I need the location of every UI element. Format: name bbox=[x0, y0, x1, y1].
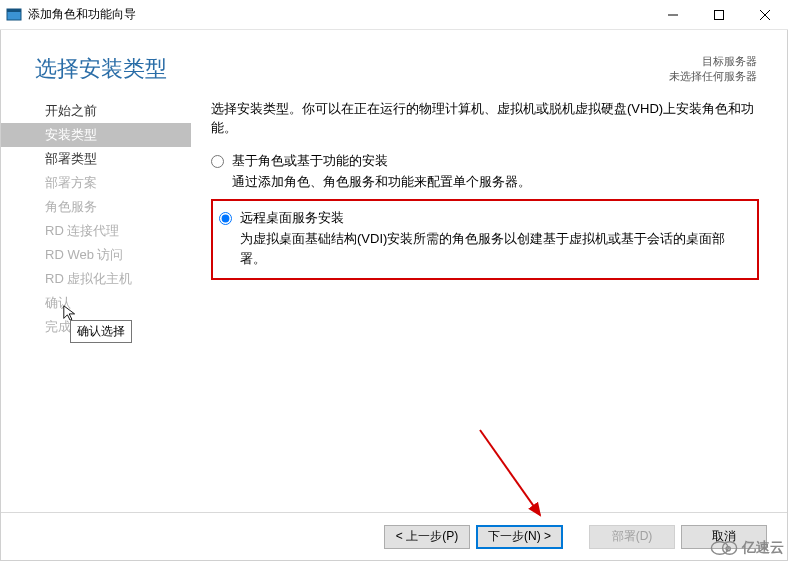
option-rds[interactable]: 远程桌面服务安装 为虚拟桌面基础结构(VDI)安装所需的角色服务以创建基于虚拟机… bbox=[219, 209, 751, 268]
svg-rect-1 bbox=[7, 9, 21, 12]
option-role-based[interactable]: 基于角色或基于功能的安装 通过添加角色、角色服务和功能来配置单个服务器。 bbox=[211, 152, 759, 192]
nav-confirmation: 确认 bbox=[1, 291, 191, 315]
nav-rd-web-access: RD Web 访问 bbox=[1, 243, 191, 267]
wizard-nav: 开始之前 安装类型 部署类型 部署方案 角色服务 RD 连接代理 RD Web … bbox=[1, 95, 191, 485]
wizard-content: 选择安装类型。你可以在正在运行的物理计算机、虚拟机或脱机虚拟硬盘(VHD)上安装… bbox=[191, 95, 787, 485]
svg-rect-3 bbox=[715, 10, 724, 19]
option-rds-desc: 为虚拟桌面基础结构(VDI)安装所需的角色服务以创建基于虚拟机或基于会话的桌面部… bbox=[240, 229, 751, 268]
target-server-info: 目标服务器 未选择任何服务器 bbox=[669, 54, 757, 85]
radio-rds[interactable] bbox=[219, 212, 232, 225]
nav-deployment-scenario: 部署方案 bbox=[1, 171, 191, 195]
watermark-text: 亿速云 bbox=[742, 539, 784, 557]
minimize-button[interactable] bbox=[650, 0, 696, 30]
target-server-value: 未选择任何服务器 bbox=[669, 69, 757, 84]
wizard-header: 选择安装类型 目标服务器 未选择任何服务器 bbox=[1, 30, 787, 95]
app-icon bbox=[6, 7, 22, 23]
target-server-label: 目标服务器 bbox=[669, 54, 757, 69]
window-title: 添加角色和功能向导 bbox=[28, 6, 650, 23]
deploy-button: 部署(D) bbox=[589, 525, 675, 549]
wizard-footer: < 上一步(P) 下一步(N) > 部署(D) 取消 bbox=[1, 512, 787, 560]
nav-before-you-begin[interactable]: 开始之前 bbox=[1, 99, 191, 123]
nav-installation-type[interactable]: 安装类型 bbox=[1, 123, 191, 147]
nav-rd-virtualization-host: RD 虚拟化主机 bbox=[1, 267, 191, 291]
prev-button[interactable]: < 上一步(P) bbox=[384, 525, 470, 549]
nav-rd-connection-broker: RD 连接代理 bbox=[1, 219, 191, 243]
page-title: 选择安装类型 bbox=[35, 54, 669, 84]
nav-deployment-type[interactable]: 部署类型 bbox=[1, 147, 191, 171]
radio-role-based[interactable] bbox=[211, 155, 224, 168]
maximize-button[interactable] bbox=[696, 0, 742, 30]
annotation-highlight: 远程桌面服务安装 为虚拟桌面基础结构(VDI)安装所需的角色服务以创建基于虚拟机… bbox=[211, 199, 759, 280]
option-rds-title: 远程桌面服务安装 bbox=[240, 209, 751, 227]
option-role-based-title: 基于角色或基于功能的安装 bbox=[232, 152, 531, 170]
nav-tooltip: 确认选择 bbox=[70, 320, 132, 343]
close-button[interactable] bbox=[742, 0, 788, 30]
intro-text: 选择安装类型。你可以在正在运行的物理计算机、虚拟机或脱机虚拟硬盘(VHD)上安装… bbox=[211, 99, 759, 138]
nav-role-services: 角色服务 bbox=[1, 195, 191, 219]
next-button[interactable]: 下一步(N) > bbox=[476, 525, 563, 549]
watermark: 亿速云 bbox=[710, 539, 784, 557]
title-bar: 添加角色和功能向导 bbox=[0, 0, 788, 30]
option-role-based-desc: 通过添加角色、角色服务和功能来配置单个服务器。 bbox=[232, 172, 531, 192]
